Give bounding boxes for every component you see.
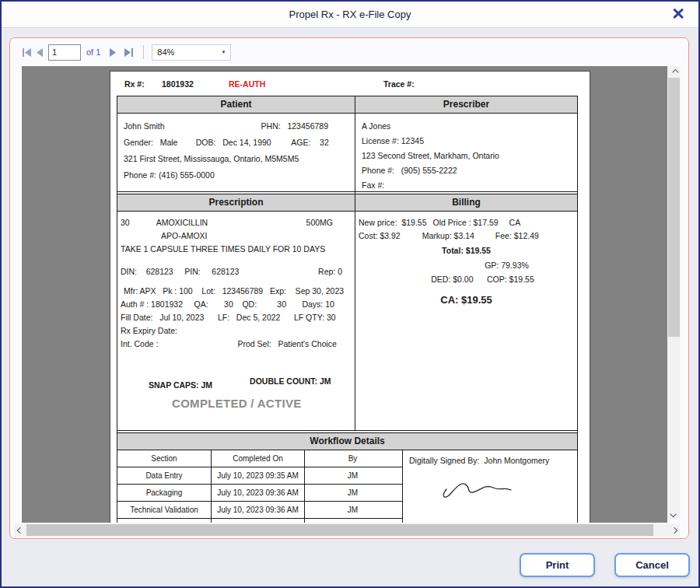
workflow-section-value: Packaging [117,485,212,501]
scroll-up-button[interactable] [667,66,681,78]
rx-header-line: Rx #: 1801932 RE-AUTH Trace #: [110,79,590,93]
workflow-by-value: JM [305,519,401,523]
workflow-section-value: Data Entry [117,467,212,484]
workflow-completed-value: July 10, 2023 09:36 AM [212,485,305,501]
patient-gender-dob-age: Gender: Male DOB: Dec 14, 1990 AGE: 32 [124,136,329,149]
workflow-completed-value: July 10, 2023 09:36 AM [212,519,305,523]
rx-expiry-label: Rx Expiry Date: [121,324,177,338]
billing-new-price: New price: $19.55 [359,216,427,229]
billing-details: New price: $19.55 Old Price : $17.59 CA … [355,212,577,430]
scroll-down-button[interactable] [667,508,681,520]
billing-gross-profit: GP: 79.93% [396,259,618,272]
skip-last-icon [124,48,134,57]
previous-page-button[interactable] [36,48,44,57]
workflow-column-header-row: Section Completed On By [117,450,402,467]
scroll-right-button[interactable] [668,523,680,537]
patient-name: John Smith [124,120,165,132]
page-number-input[interactable] [48,44,81,61]
workflow-by-value: JM [305,467,401,484]
next-page-button[interactable] [109,48,117,57]
billing-plan-code: CA [509,216,521,229]
chevron-left-icon [16,527,23,533]
workflow-table: Section Completed On By Data Entry July … [117,450,402,523]
chevron-right-icon [109,48,117,57]
rx-brand: APO-AMOXI [161,229,208,243]
last-page-button[interactable] [124,48,134,57]
double-count-value: DOUBLE COUNT: JM [250,375,331,388]
chevron-up-icon [672,68,678,75]
patient-phone: Phone #: (416) 555-0000 [124,169,215,181]
reauth-badge: RE-AUTH [229,79,265,89]
preview-canvas: Rx #: 1801932 RE-AUTH Trace #: Patient P… [22,66,667,523]
patient-prescriber-row: John Smith PHN: 123456789 Gender: Male D… [117,114,577,192]
signature-area: Digitally Signed By: John Montgomery [402,450,577,523]
rx-sig-directions: TAKE 1 CAPSULE THREE TIMES DAILY FOR 10 … [121,243,325,256]
billing-cost: Cost: $3.92 [359,229,401,243]
rx-product-selection: Prod Sel: Patient's Choice [237,338,337,351]
scroll-left-button[interactable] [14,523,26,537]
page-count-label: of 1 [86,47,100,57]
workflow-section-value: Technical Validation [117,502,212,518]
vertical-scroll-thumb[interactable] [668,78,680,337]
vertical-scrollbar[interactable] [667,66,681,520]
close-button[interactable]: ✕ [667,3,689,25]
rx-drug-name: AMOXICILLIN [156,216,208,229]
workflow-by-value: JM [305,502,401,518]
prescriber-section-header: Prescriber [355,96,577,113]
efile-table: Patient Prescriber John Smith PHN: 12345… [117,96,578,523]
prescriber-address: 123 Second Street, Markham, Ontario [362,149,499,162]
skip-first-icon [22,48,32,57]
prescriber-name: A Jones [362,120,390,132]
prescriber-info: A Jones License #: 12345 123 Second Stre… [355,114,577,194]
prescription-section-header: Prescription [117,194,355,211]
digitally-signed-by-label: Digitally Signed By: John Montgomery [409,456,549,465]
billing-section-header: Billing [355,194,577,211]
billing-markup: Markup: $3.14 [422,229,474,243]
workflow-col-by: By [305,450,401,467]
rx-strength: 500MG [306,216,333,229]
workflow-header-row: Workflow Details [117,432,577,450]
prescriber-license: License #: 12345 [362,135,424,147]
preview-toolbar: of 1 84% ▼ [10,41,688,63]
chevron-down-icon [670,510,676,516]
billing-fee: Fee: $12.49 [495,229,539,243]
chevron-left-icon [36,48,44,57]
dialog-title: Propel Rx - RX e-File Copy [2,2,698,28]
print-button[interactable]: Print [520,553,595,577]
close-icon: ✕ [671,5,685,23]
rx-fill-date-line: Fill Date: Jul 10, 2023 LF: Dec 5, 2022 … [121,311,336,324]
rx-number-label: Rx #: [124,79,145,89]
horizontal-scrollbar[interactable] [14,523,680,537]
rx-status-text: COMPLETED / ACTIVE [172,397,355,410]
preview-panel: of 1 84% ▼ Rx #: [9,37,689,539]
table-row: Clinical Review July 10, 2023 09:36 AM J… [117,519,402,523]
first-page-button[interactable] [22,48,32,57]
rx-mfr-lot-exp: Mfr: APX Pk : 100 Lot: 123456789 Exp: Se… [124,285,344,298]
rx-auth-qa-qd-days: Auth # : 1801932 QA: 30 QD: 30 Days: 10 [121,298,334,311]
workflow-col-section: Section [117,450,212,467]
trace-number-label: Trace #: [383,79,415,89]
document-page: Rx #: 1801932 RE-AUTH Trace #: Patient P… [110,72,590,523]
prescriber-fax: Fax #: [362,179,384,191]
patient-prescriber-header-row: Patient Prescriber [117,96,577,114]
rx-quantity: 30 [121,216,130,229]
patient-section-header: Patient [117,96,355,113]
prescriber-phone: Phone #: (905) 555-2222 [362,164,457,177]
rx-int-code-label: Int. Code : [121,338,158,351]
table-row: Packaging July 10, 2023 09:36 AM JM [117,485,402,502]
workflow-section-value: Clinical Review [117,519,212,523]
zoom-level-dropdown[interactable]: 84% ▼ [152,44,231,61]
prescription-details: 30 AMOXICILLIN 500MG APO-AMOXI TAKE 1 CA… [117,212,355,430]
patient-address: 321 First Street, Mississauga, Ontario, … [124,152,299,165]
workflow-body: Section Completed On By Data Entry July … [117,450,577,523]
patient-info: John Smith PHN: 123456789 Gender: Male D… [117,114,355,194]
prescription-billing-row: 30 AMOXICILLIN 500MG APO-AMOXI TAKE 1 CA… [117,212,577,431]
workflow-completed-value: July 10, 2023 09:35 AM [212,467,305,484]
chevron-right-icon [670,527,677,533]
cancel-button[interactable]: Cancel [614,553,690,577]
dropdown-arrow-icon: ▼ [221,50,226,54]
billing-ca-total: CA: $19.55 [355,293,577,306]
workflow-by-value: JM [305,485,401,501]
horizontal-scroll-thumb[interactable] [26,524,653,536]
billing-total: Total: $19.55 [355,244,577,257]
